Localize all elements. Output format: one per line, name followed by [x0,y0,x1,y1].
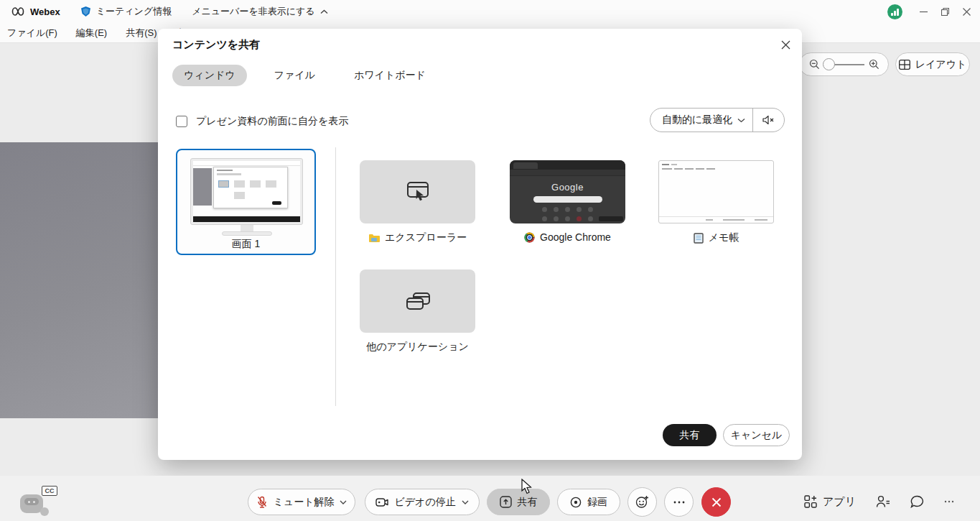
share-screen-icon [500,496,512,508]
show-me-label: プレゼン資料の前面に自分を表示 [196,115,348,128]
menu-file[interactable]: ファイル(F) [7,27,57,40]
chat-button[interactable] [900,487,934,516]
ellipsis-icon [944,500,954,503]
meeting-control-bar: ミュート解除 ビデオの停止 共有 録画 [0,476,980,521]
close-x-icon [711,497,722,507]
title-bar: Webex ミーティング情報 メニューバーを非表示にする [0,0,980,23]
zoom-slider-handle[interactable] [823,58,835,70]
webex-logo-icon [11,6,24,17]
participants-icon [876,495,890,508]
show-me-checkbox[interactable] [176,116,187,127]
dialog-title: コンテンツを共有 [172,38,260,52]
zoom-in-icon[interactable] [869,59,879,70]
mouse-cursor [521,479,533,494]
window-option-notepad[interactable]: メモ帳 [658,160,774,244]
chevron-down-icon[interactable] [737,118,745,123]
connection-quality-indicator[interactable] [887,4,902,19]
mic-muted-icon [256,496,268,509]
tab-whiteboard[interactable]: ホワイトボード [342,65,437,86]
smiley-plus-icon [635,495,649,509]
screen-1-label: 画面 1 [177,238,314,251]
show-me-option[interactable]: プレゼン資料の前面に自分を表示 [176,115,348,128]
window-option-chrome[interactable]: Google Google Chrome [510,160,625,243]
close-window-button[interactable] [956,2,977,21]
divider [335,147,336,406]
stage-zoom-control[interactable] [799,52,889,76]
minimize-button[interactable] [913,2,934,21]
screen-1-option[interactable]: 画面 1 [176,149,316,255]
other-apps-preview [360,269,475,333]
dialog-tab-bar: ウィンドウ ファイル ホワイトボード [172,65,437,86]
meeting-info-button[interactable]: ミーティング情報 [80,5,172,18]
notepad-preview [658,160,774,223]
stop-video-button[interactable]: ビデオの停止 [365,489,480,515]
more-options-button[interactable] [664,487,694,517]
chrome-icon [524,232,535,243]
shield-icon [80,6,91,17]
restore-button[interactable] [934,2,956,21]
leave-meeting-button[interactable] [701,487,731,517]
dialog-cancel-button[interactable]: キャンセル [723,424,790,446]
record-button[interactable]: 録画 [557,489,620,515]
overflow-menu-button[interactable] [934,487,964,516]
explorer-preview [360,160,475,223]
record-icon [570,497,582,508]
assistant-captions-indicator[interactable]: CC [19,484,62,517]
screen-1-preview [190,158,303,225]
share-audio-muted-icon[interactable] [753,115,784,125]
chat-bubble-icon [910,495,924,508]
monitor-base [222,231,272,236]
tab-window[interactable]: ウィンドウ [172,65,247,86]
zoom-out-icon[interactable] [809,59,820,70]
chevron-down-icon[interactable] [462,500,469,504]
menu-share[interactable]: 共有(S) [126,27,157,40]
window-option-other-apps[interactable]: 他のアプリケーション [360,269,475,354]
share-content-dialog: コンテンツを共有 ウィンドウ ファイル ホワイトボード プレゼン資料の前面に自分… [158,29,802,460]
app-title: Webex [30,6,60,17]
window-option-explorer[interactable]: エクスプローラー [360,160,475,244]
notepad-icon [694,233,704,244]
hide-menubar-button[interactable]: メニューバーを非表示にする [192,5,327,18]
unmute-button[interactable]: ミュート解除 [248,489,355,515]
share-button[interactable]: 共有 [487,489,550,515]
chevron-down-icon[interactable] [340,500,347,504]
layout-grid-icon [899,60,910,70]
apps-grid-icon [804,495,817,508]
layout-button[interactable]: レイアウト [895,52,970,76]
participants-button[interactable] [866,487,900,516]
menu-edit[interactable]: 編集(E) [76,27,107,40]
dialog-share-button[interactable]: 共有 [663,424,717,446]
cc-badge: CC [42,486,57,496]
tab-file[interactable]: ファイル [263,65,327,86]
chevron-up-icon [320,9,328,14]
stacked-windows-icon [403,289,432,313]
zoom-slider-track[interactable] [824,64,864,65]
monitor-stand [241,225,253,231]
apps-button[interactable]: アプリ [794,487,866,516]
dialog-close-icon[interactable] [777,36,794,53]
optimize-dropdown[interactable]: 自動的に最適化 [650,114,732,126]
video-camera-icon [375,497,388,507]
chrome-preview: Google [510,160,625,223]
window-cursor-icon [403,180,432,204]
ellipsis-icon [673,501,685,504]
self-video-feed [0,142,158,418]
explorer-icon [368,234,380,243]
reactions-button[interactable] [627,487,657,517]
optimize-control: 自動的に最適化 [650,108,785,132]
